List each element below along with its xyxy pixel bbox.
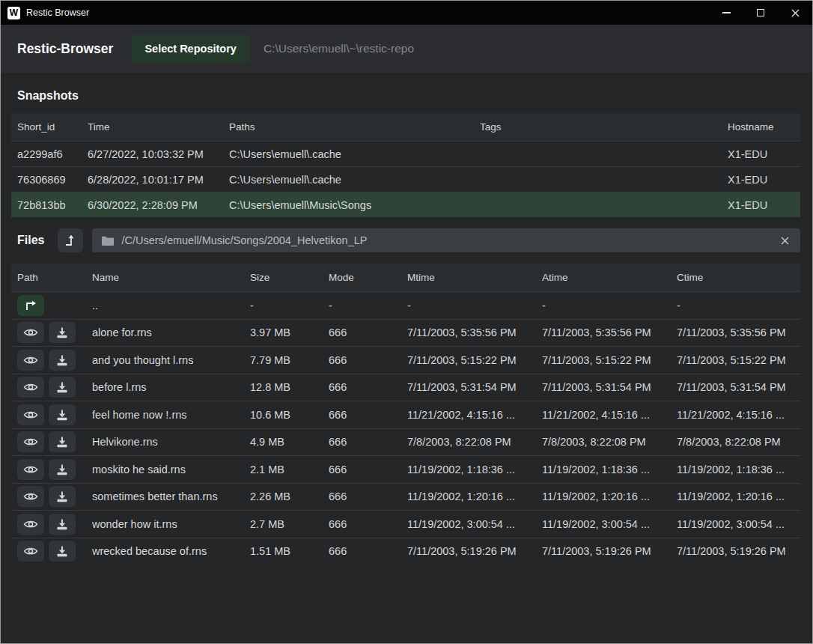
preview-file-button[interactable] xyxy=(17,322,44,343)
snapshots-heading: Snapshots xyxy=(1,73,812,113)
file-size: 2.1 MB xyxy=(250,464,329,476)
snapshot-row[interactable]: 72b813bb 6/30/2022, 2:28:09 PM C:\Users\… xyxy=(11,192,800,217)
minimize-button[interactable] xyxy=(709,1,743,25)
eye-icon xyxy=(23,519,38,529)
snapshot-paths: C:\Users\emuell\Music\Songs xyxy=(229,199,480,211)
download-icon xyxy=(56,409,68,421)
column-atime: Atime xyxy=(542,272,677,283)
select-repository-button[interactable]: Select Repository xyxy=(131,34,250,63)
file-size: 4.9 MB xyxy=(250,436,329,448)
download-file-button[interactable] xyxy=(49,322,76,343)
eye-icon xyxy=(23,410,38,420)
file-mode: 666 xyxy=(329,436,407,448)
window-controls xyxy=(709,1,812,25)
file-mtime: 11/19/2002, 1:18:36 ... xyxy=(407,464,542,476)
snapshot-paths: C:\Users\emuell\.cache xyxy=(229,148,480,160)
close-icon xyxy=(791,9,800,17)
download-file-button[interactable] xyxy=(49,541,76,562)
snapshot-row[interactable]: 76306869 6/28/2022, 10:01:17 PM C:\Users… xyxy=(11,166,800,192)
download-file-button[interactable] xyxy=(49,486,76,507)
file-ctime: 11/21/2002, 4:15:16 ... xyxy=(677,409,800,421)
preview-file-button[interactable] xyxy=(17,486,44,507)
preview-file-button[interactable] xyxy=(17,541,44,562)
file-mtime: 7/11/2003, 5:31:54 PM xyxy=(407,381,542,393)
window-title: Restic Browser xyxy=(26,7,89,18)
file-atime: 7/11/2003, 5:15:22 PM xyxy=(542,354,677,366)
preview-file-button[interactable] xyxy=(17,350,44,371)
snapshot-row[interactable]: a2299af6 6/27/2022, 10:03:32 PM C:\Users… xyxy=(11,141,800,166)
file-path-text: /C/Users/emuell/Music/Songs/2004_Helveti… xyxy=(121,234,772,246)
file-ctime: 7/11/2003, 5:35:56 PM xyxy=(677,326,800,338)
file-atime: 11/19/2002, 1:18:36 ... xyxy=(542,464,677,476)
column-paths: Paths xyxy=(229,121,480,133)
file-atime: 11/19/2002, 1:20:16 ... xyxy=(542,490,677,502)
download-file-button[interactable] xyxy=(49,514,76,535)
column-name: Name xyxy=(92,272,250,283)
download-icon xyxy=(56,518,68,530)
column-ctime: Ctime xyxy=(677,272,800,283)
file-row: moskito he said.rns 2.1 MB 666 11/19/200… xyxy=(11,455,800,483)
maximize-icon xyxy=(757,9,764,16)
file-mode: 666 xyxy=(329,490,407,502)
file-name: before l.rns xyxy=(92,381,250,393)
file-name: feel home now !.rns xyxy=(92,409,250,421)
file-mtime: 11/19/2002, 1:20:16 ... xyxy=(407,490,542,502)
up-level-button[interactable] xyxy=(58,228,83,252)
file-mode: 666 xyxy=(329,326,407,338)
files-table-header: Path Name Size Mode Mtime Atime Ctime xyxy=(11,264,800,291)
snapshot-time: 6/30/2022, 2:28:09 PM xyxy=(88,199,229,211)
close-button[interactable] xyxy=(778,1,812,25)
preview-file-button[interactable] xyxy=(17,404,44,425)
wails-logo-icon: W xyxy=(7,7,20,19)
file-mtime: - xyxy=(407,300,542,312)
file-mtime: 11/21/2002, 4:15:16 ... xyxy=(407,409,542,421)
up-level-icon xyxy=(65,234,76,246)
column-tags: Tags xyxy=(480,121,728,133)
snapshot-short-id: a2299af6 xyxy=(17,148,88,160)
clear-path-button[interactable] xyxy=(779,235,791,246)
file-name: sometimes better than.rns xyxy=(92,490,250,502)
eye-icon xyxy=(23,327,38,338)
download-file-button[interactable] xyxy=(49,404,76,425)
go-parent-button[interactable] xyxy=(17,295,44,316)
file-name: wonder how it.rns xyxy=(92,518,250,530)
column-short-id: Short_id xyxy=(17,121,88,133)
preview-file-button[interactable] xyxy=(17,459,44,480)
file-mtime: 7/11/2003, 5:15:22 PM xyxy=(407,354,542,366)
download-file-button[interactable] xyxy=(49,350,76,371)
column-mtime: Mtime xyxy=(407,272,542,283)
snapshot-paths: C:\Users\emuell\.cache xyxy=(229,174,480,186)
eye-icon xyxy=(23,382,38,392)
column-time: Time xyxy=(88,121,229,133)
download-file-button[interactable] xyxy=(49,431,76,452)
preview-file-button[interactable] xyxy=(17,377,44,398)
file-ctime: 7/8/2003, 8:22:08 PM xyxy=(677,436,800,448)
file-row: wonder how it.rns 2.7 MB 666 11/19/2002,… xyxy=(11,510,800,538)
file-name: Helvikone.rns xyxy=(92,436,250,448)
file-size: 2.7 MB xyxy=(250,518,329,530)
download-file-button[interactable] xyxy=(49,377,76,398)
maximize-button[interactable] xyxy=(743,1,778,25)
file-row: and you thought l.rns 7.79 MB 666 7/11/2… xyxy=(11,346,800,374)
snapshots-table: Short_id Time Paths Tags Hostname a2299a… xyxy=(11,113,800,217)
file-path-input[interactable]: /C/Users/emuell/Music/Songs/2004_Helveti… xyxy=(92,228,800,252)
file-ctime: 7/11/2003, 5:31:54 PM xyxy=(677,381,800,393)
download-icon xyxy=(56,354,68,366)
download-icon xyxy=(56,436,68,448)
file-mode: 666 xyxy=(329,464,407,476)
file-mtime: 7/8/2003, 8:22:08 PM xyxy=(407,436,542,448)
file-mode: 666 xyxy=(329,381,407,393)
preview-file-button[interactable] xyxy=(17,514,44,535)
app-window: W Restic Browser Restic-Browser Select R… xyxy=(0,0,813,644)
file-ctime: 11/19/2002, 1:18:36 ... xyxy=(677,464,800,476)
column-hostname: Hostname xyxy=(728,121,800,133)
file-mtime: 11/19/2002, 3:00:54 ... xyxy=(407,518,542,530)
file-row: before l.rns 12.8 MB 666 7/11/2003, 5:31… xyxy=(11,374,800,401)
preview-file-button[interactable] xyxy=(17,431,44,452)
file-size: 2.26 MB xyxy=(250,490,329,502)
download-file-button[interactable] xyxy=(49,459,76,480)
file-size: - xyxy=(250,300,329,312)
file-name: .. xyxy=(92,300,250,312)
eye-icon xyxy=(23,546,38,556)
snapshot-hostname: X1-EDU xyxy=(728,174,800,186)
